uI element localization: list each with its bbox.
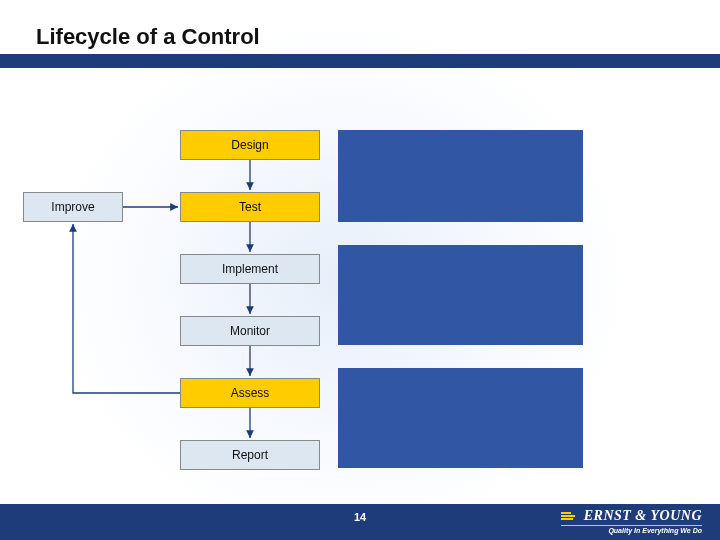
panel-bottom [338,368,583,468]
stage-report: Report [180,440,320,470]
stage-design: Design [180,130,320,160]
stage-label: Test [239,200,261,214]
stage-assess: Assess [180,378,320,408]
brand-logo-icon [561,511,575,521]
footer-bar: 14 ERNST & YOUNG Quality In Everything W… [0,504,720,540]
stage-label: Report [232,448,268,462]
title-underline-bar [0,54,720,68]
side-label: Improve [51,200,94,214]
stage-label: Assess [231,386,270,400]
stage-label: Monitor [230,324,270,338]
stage-monitor: Monitor [180,316,320,346]
stage-test: Test [180,192,320,222]
panel-top [338,130,583,222]
slide: Lifecycle of a Control Design Test Imple… [0,0,720,540]
brand-block: ERNST & YOUNG Quality In Everything We D… [561,506,702,534]
stage-implement: Implement [180,254,320,284]
stage-label: Design [231,138,268,152]
arrow-assess-improve-feedback [73,224,180,393]
brand-tagline: Quality In Everything We Do [561,525,702,534]
page-title: Lifecycle of a Control [36,24,260,50]
brand-name: ERNST & YOUNG [584,508,702,523]
panel-middle [338,245,583,345]
side-improve: Improve [23,192,123,222]
stage-label: Implement [222,262,278,276]
